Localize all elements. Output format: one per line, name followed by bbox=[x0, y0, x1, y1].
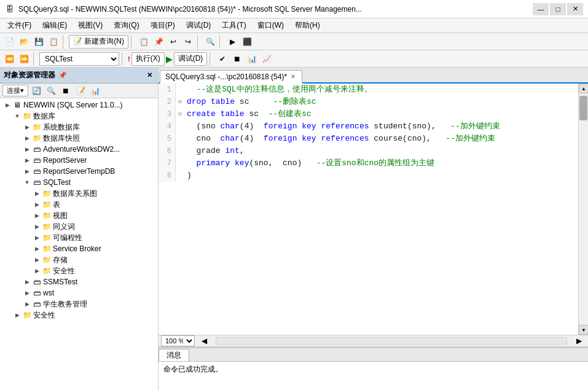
line-content[interactable]: drop table sc --删除表sc bbox=[184, 96, 316, 108]
execute-button[interactable]: 执行(X) bbox=[131, 52, 165, 66]
tree-expand-icon[interactable]: ▶ bbox=[22, 288, 32, 298]
tb2-btn2[interactable]: ⏩ bbox=[17, 52, 31, 66]
pin-icon[interactable]: 📌 bbox=[58, 71, 68, 80]
tree-item[interactable]: ▶🗃ReportServer bbox=[0, 155, 158, 166]
tree-expand-icon[interactable]: ▶ bbox=[32, 233, 42, 243]
tree-item[interactable]: ▶🗃学生教务管理 bbox=[0, 298, 158, 310]
tree-item[interactable]: ▶📁视图 bbox=[0, 210, 158, 221]
tree-item[interactable]: ▶📁可编程性 bbox=[0, 232, 158, 243]
tb2-btn3[interactable]: ⏹ bbox=[230, 52, 244, 66]
tree-expand-icon[interactable]: ▶ bbox=[22, 166, 32, 176]
line-content[interactable]: ) bbox=[184, 170, 192, 182]
debug-button[interactable]: 调试(D) bbox=[174, 52, 208, 66]
tree-expand-icon[interactable]: ▼ bbox=[22, 177, 32, 187]
paste-button[interactable]: 📌 bbox=[152, 35, 165, 49]
tree-expand-icon[interactable]: ▶ bbox=[22, 122, 32, 132]
explorer-close-icon[interactable]: ✕ bbox=[144, 71, 154, 80]
scroll-thumb[interactable] bbox=[579, 96, 587, 120]
menu-item-menu-file[interactable]: 文件(F) bbox=[2, 19, 36, 32]
tb2-btn1[interactable]: ⏪ bbox=[2, 52, 16, 66]
editor-scrollbar[interactable]: ▲ ▼ bbox=[578, 84, 588, 335]
messages-tab[interactable]: 消息 bbox=[159, 349, 189, 361]
tree-item[interactable]: ▶📁同义词 bbox=[0, 221, 158, 232]
hscroll-left[interactable]: ◀ bbox=[197, 334, 211, 348]
tree-item[interactable]: ▶🗃wst bbox=[0, 287, 158, 298]
tab-close-icon[interactable]: ✕ bbox=[291, 73, 296, 80]
menu-item-menu-tools[interactable]: 工具(T) bbox=[217, 19, 251, 32]
undo-button[interactable]: ↩ bbox=[167, 35, 180, 49]
filter-button[interactable]: 🔍 bbox=[203, 35, 217, 49]
editor-tab[interactable]: SQLQuery3.sql -...\pc20160818 (54)* ✕ bbox=[160, 70, 302, 84]
filter-tree-button[interactable]: 🔍 bbox=[44, 84, 58, 98]
minimize-button[interactable]: — bbox=[533, 3, 549, 15]
save-all-button[interactable]: 📋 bbox=[47, 35, 60, 49]
tree-item[interactable]: ▶🗃ReportServerTempDB bbox=[0, 166, 158, 177]
tree-item[interactable]: ▶📁系统数据库 bbox=[0, 122, 158, 133]
maximize-button[interactable]: □ bbox=[550, 3, 566, 15]
tree-expand-icon[interactable]: ▶ bbox=[32, 255, 42, 265]
tree-item[interactable]: ▶📁数据库关系图 bbox=[0, 188, 158, 199]
new-query-tree-button[interactable]: 📝 bbox=[74, 84, 87, 98]
tree-item[interactable]: ▼📁数据库 bbox=[0, 111, 158, 122]
tree-item[interactable]: ▶📁Service Broker bbox=[0, 243, 158, 254]
tree-item[interactable]: ▶🖥NEWWIN (SQL Server 11.0...) bbox=[0, 99, 158, 111]
line-content[interactable]: (sno char(4) foreign key references stud… bbox=[184, 120, 500, 133]
save-button[interactable]: 💾 bbox=[32, 35, 45, 49]
connect-button[interactable]: 连接▾ bbox=[2, 85, 28, 96]
tree-expand-icon[interactable]: ▶ bbox=[22, 155, 32, 165]
stop-tree-button[interactable]: ⏹ bbox=[59, 84, 73, 98]
hscroll-track[interactable] bbox=[216, 337, 567, 345]
copy-button[interactable]: 📋 bbox=[137, 35, 151, 49]
line-expand-icon[interactable]: ⊟ bbox=[176, 108, 184, 120]
menu-item-menu-project[interactable]: 项目(P) bbox=[146, 19, 180, 32]
tree-expand-icon[interactable]: ▶ bbox=[22, 299, 32, 309]
line-content[interactable]: create table sc --创建表sc bbox=[184, 108, 312, 120]
reports-button[interactable]: 📊 bbox=[88, 84, 102, 98]
tb2-btn4[interactable]: 📊 bbox=[245, 52, 259, 66]
menu-item-menu-view[interactable]: 视图(V) bbox=[73, 19, 108, 32]
menu-item-menu-debug[interactable]: 调试(D) bbox=[181, 19, 216, 32]
tree-item[interactable]: ▶🗃AdventureWorksDW2... bbox=[0, 144, 158, 155]
scroll-track[interactable] bbox=[579, 93, 588, 325]
line-content[interactable]: --这是SQL中的注释信息，使用两个减号来注释。 bbox=[184, 84, 372, 96]
zoom-select[interactable]: 100 % bbox=[161, 335, 195, 346]
tree-item[interactable]: ▶📁存储 bbox=[0, 254, 158, 265]
parse-button[interactable]: ✔ bbox=[216, 52, 229, 66]
tree-expand-icon[interactable]: ▶ bbox=[32, 211, 42, 220]
tree-expand-icon[interactable]: ▶ bbox=[22, 133, 32, 143]
menu-item-menu-edit[interactable]: 编辑(E) bbox=[37, 19, 72, 32]
tree-expand-icon[interactable]: ▶ bbox=[32, 266, 42, 276]
tree-expand-icon[interactable]: ▶ bbox=[2, 100, 12, 110]
line-content[interactable]: primary key(sno, cno) --设置sno和cno的属性组为主键 bbox=[184, 157, 434, 170]
code-editor[interactable]: 1 --这是SQL中的注释信息，使用两个减号来注释。2⊟drop table s… bbox=[159, 84, 588, 335]
tree-item[interactable]: ▼🗃SQLTest bbox=[0, 177, 158, 188]
line-content[interactable]: cno char(4) foreign key references cours… bbox=[184, 133, 495, 145]
refresh-button[interactable]: 🔄 bbox=[29, 84, 43, 98]
new-file-button[interactable]: 📄 bbox=[2, 35, 16, 49]
tree-item[interactable]: ▶📁安全性 bbox=[0, 265, 158, 276]
menu-item-menu-query[interactable]: 查询(Q) bbox=[109, 19, 144, 32]
tree-expand-icon[interactable]: ▶ bbox=[32, 222, 42, 232]
close-button[interactable]: ✕ bbox=[567, 3, 583, 15]
database-selector[interactable]: SQLTest bbox=[39, 52, 119, 66]
scroll-up-arrow[interactable]: ▲ bbox=[579, 84, 588, 93]
stop-button[interactable]: ⬛ bbox=[240, 35, 254, 49]
tree-expand-icon[interactable]: ▶ bbox=[22, 277, 32, 287]
run-button[interactable]: ▶ bbox=[225, 35, 239, 49]
tree-item[interactable]: ▶📁数据库快照 bbox=[0, 133, 158, 144]
tree-item[interactable]: ▶🗃SSMSTest bbox=[0, 276, 158, 287]
hscroll-right[interactable]: ▶ bbox=[572, 334, 586, 348]
tb2-btn5[interactable]: 📈 bbox=[260, 52, 273, 66]
menu-item-menu-help[interactable]: 帮助(H) bbox=[290, 19, 325, 32]
tree-expand-icon[interactable]: ▶ bbox=[32, 189, 42, 198]
tree-item[interactable]: ▶📁安全性 bbox=[0, 310, 158, 321]
tree-item[interactable]: ▶📁表 bbox=[0, 199, 158, 210]
line-expand-icon[interactable]: ⊟ bbox=[176, 96, 184, 108]
tree-expand-icon[interactable]: ▶ bbox=[22, 144, 32, 154]
open-button[interactable]: 📂 bbox=[17, 35, 31, 49]
tree-expand-icon[interactable]: ▶ bbox=[12, 310, 22, 320]
tree-expand-icon[interactable]: ▶ bbox=[32, 200, 42, 209]
menu-item-menu-window[interactable]: 窗口(W) bbox=[253, 19, 289, 32]
tree-expand-icon[interactable]: ▼ bbox=[12, 111, 22, 121]
tree-expand-icon[interactable]: ▶ bbox=[32, 244, 42, 254]
